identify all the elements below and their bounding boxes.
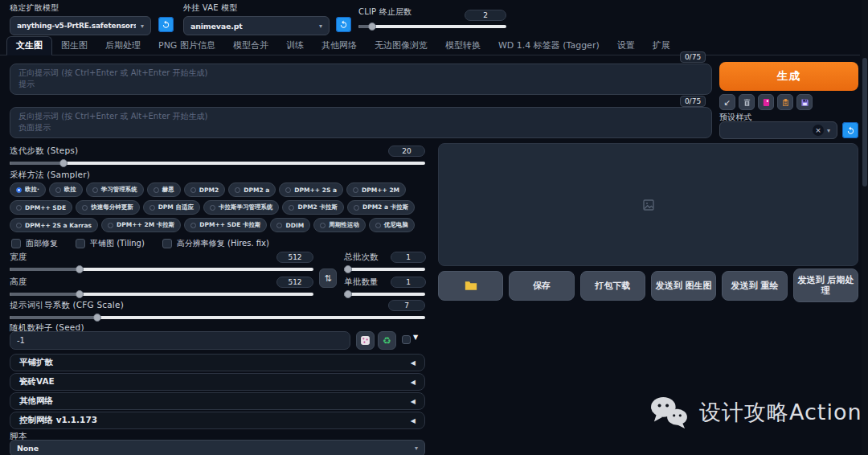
width-slider[interactable] bbox=[10, 264, 313, 273]
sampler-option-dpm2-karras[interactable]: DPM2 卡拉斯 bbox=[282, 200, 344, 215]
sampler-option-dpm2-a[interactable]: DPM2 a bbox=[228, 182, 276, 197]
sampler-option-lms-karras[interactable]: 卡拉斯学习管理系统 bbox=[203, 200, 280, 215]
styles-dropdown[interactable]: × ▾ bbox=[719, 121, 837, 139]
output-gallery[interactable] bbox=[438, 143, 858, 266]
seed-input[interactable] bbox=[10, 331, 350, 350]
cfg-slider-handle[interactable] bbox=[93, 314, 101, 322]
sampler-option-dpm-fast[interactable]: 快速每分钟更新 bbox=[76, 200, 140, 215]
steps-slider[interactable] bbox=[10, 158, 425, 167]
sampler-option-dpmpp-2m-karras[interactable]: DPM++ 2M 卡拉斯 bbox=[101, 218, 181, 232]
tab-checkpoint-merger[interactable]: 模型合并 bbox=[224, 37, 277, 55]
sampler-option-plms[interactable]: 周期性运动 bbox=[313, 218, 366, 232]
random-seed-button[interactable] bbox=[356, 331, 375, 350]
sampler-option-dpm2-a-karras[interactable]: DPM2 a 卡拉斯 bbox=[347, 200, 415, 215]
face-restore-checkbox[interactable]: 面部修复 bbox=[11, 238, 58, 249]
generate-tool-row: ↙ bbox=[719, 94, 813, 110]
batch-count-value[interactable]: 1 bbox=[391, 252, 426, 263]
radio-icon bbox=[154, 187, 159, 193]
sampler-option-ddim[interactable]: DDIM bbox=[270, 218, 310, 232]
cfg-value[interactable]: 7 bbox=[388, 300, 425, 311]
sampler-option-dpmpp-sde-karras[interactable]: DPM++ SDE 卡拉斯 bbox=[184, 218, 267, 232]
paste-params-button[interactable]: ↙ bbox=[719, 94, 735, 110]
open-folder-button[interactable] bbox=[438, 271, 503, 301]
scrollbar-thumb[interactable] bbox=[862, 58, 867, 187]
swap-width-height-button[interactable]: ⇅ bbox=[319, 268, 337, 288]
page-scrollbar[interactable] bbox=[862, 0, 868, 455]
batch-count-slider-handle[interactable] bbox=[344, 265, 352, 273]
sampler-option-euler[interactable]: 欧拉 bbox=[49, 182, 83, 197]
accordion-additional-networks[interactable]: 其他网络 ◀ bbox=[10, 392, 425, 410]
tab-png-info[interactable]: PNG 图片信息 bbox=[149, 37, 224, 55]
model-dropdown[interactable]: anything-v5-PrtRE.safetensors [7f96a1a9c… bbox=[10, 16, 151, 35]
steps-slider-handle[interactable] bbox=[59, 159, 68, 167]
batch-size-slider[interactable] bbox=[344, 289, 425, 298]
tab-train[interactable]: 训练 bbox=[277, 37, 313, 55]
tab-settings[interactable]: 设置 bbox=[608, 37, 644, 55]
model-refresh-button[interactable] bbox=[158, 17, 174, 32]
hires-fix-checkbox[interactable]: 高分辨率修复 (Hires. fix) bbox=[162, 238, 269, 249]
positive-prompt-placeholder: 提示 bbox=[18, 79, 703, 90]
arrow-down-left-icon: ↙ bbox=[724, 98, 731, 107]
steps-value[interactable]: 20 bbox=[388, 146, 425, 157]
height-value[interactable]: 512 bbox=[276, 277, 313, 288]
clip-skip-slider[interactable] bbox=[358, 22, 506, 31]
send-to-img2img-button[interactable]: 发送到 图生图 bbox=[651, 271, 716, 301]
positive-prompt-input[interactable]: 正向提示词 (按 Ctrl+Enter 或 Alt+Enter 开始生成) 提示 bbox=[10, 64, 712, 95]
extra-seed-checkbox[interactable] bbox=[402, 335, 411, 344]
batch-count-slider[interactable] bbox=[344, 264, 425, 273]
height-slider-handle[interactable] bbox=[76, 290, 84, 298]
sampler-option-dpm2[interactable]: DPM2 bbox=[184, 182, 225, 197]
sampler-option-unipc[interactable]: 优尼电脑 bbox=[369, 218, 415, 232]
save-style-button[interactable] bbox=[796, 94, 813, 110]
width-value[interactable]: 512 bbox=[276, 252, 313, 263]
script-dropdown[interactable]: None ▾ bbox=[10, 440, 425, 455]
sampler-option-dpmpp-2s-a[interactable]: DPM++ 2S a bbox=[279, 182, 343, 197]
apply-style-button[interactable] bbox=[777, 94, 793, 110]
sampler-option-euler-a[interactable]: 欧拉· bbox=[10, 182, 46, 197]
negative-prompt-input[interactable]: 反向提示词 (按 Ctrl+Enter 或 Alt+Enter 开始生成) 负面… bbox=[10, 107, 712, 138]
accordion-tiled-diffusion[interactable]: 平铺扩散 ◀ bbox=[10, 354, 425, 371]
generate-button[interactable]: 生成 bbox=[719, 62, 858, 91]
clip-skip-value[interactable]: 2 bbox=[465, 10, 506, 21]
tab-image-browser[interactable]: 无边图像浏览 bbox=[366, 37, 436, 55]
vae-dropdown[interactable]: animevae.pt ▾ bbox=[183, 16, 330, 35]
sampler-option-dpmpp-sde[interactable]: DPM++ SDE bbox=[10, 200, 72, 215]
reuse-seed-button[interactable]: ♻ bbox=[378, 331, 396, 350]
sampler-option-lms[interactable]: 学习管理系统 bbox=[86, 182, 144, 197]
styles-refresh-button[interactable] bbox=[842, 122, 858, 138]
vae-refresh-button[interactable] bbox=[336, 17, 351, 32]
sampler-option-dpmpp-2s-a-karras[interactable]: DPM++ 2S a Karras bbox=[10, 218, 98, 232]
tiling-checkbox[interactable]: 平铺图 (Tiling) bbox=[76, 238, 145, 249]
tab-img2img[interactable]: 图生图 bbox=[52, 37, 96, 55]
cfg-slider[interactable] bbox=[10, 313, 425, 322]
radio-icon bbox=[354, 205, 359, 211]
tab-extras[interactable]: 后期处理 bbox=[96, 37, 149, 55]
radio-icon bbox=[235, 187, 240, 193]
width-slider-handle[interactable] bbox=[76, 265, 84, 273]
tab-extensions[interactable]: 扩展 bbox=[644, 37, 679, 55]
batch-size-slider-handle[interactable] bbox=[344, 290, 352, 298]
send-to-inpaint-button[interactable]: 发送到 重绘 bbox=[722, 271, 787, 301]
save-button[interactable]: 保存 bbox=[509, 271, 574, 301]
send-to-extras-button[interactable]: 发送到 后期处理 bbox=[793, 268, 858, 302]
batch-size-value[interactable]: 1 bbox=[391, 277, 426, 288]
tab-additional-networks[interactable]: 其他网络 bbox=[313, 37, 366, 55]
accordion-controlnet[interactable]: 控制网络 v1.1.173 ◀ bbox=[10, 412, 425, 429]
sampler-option-dpmpp-2m[interactable]: DPM++ 2M bbox=[346, 182, 406, 197]
accordion-tiled-vae[interactable]: 瓷砖VAE ◀ bbox=[10, 373, 425, 391]
refresh-icon bbox=[846, 126, 855, 135]
clear-styles-icon[interactable]: × bbox=[813, 125, 824, 136]
sampler-option-heun[interactable]: 赫恩 bbox=[147, 182, 181, 197]
seed-extra-caret-icon[interactable]: ▼ bbox=[413, 334, 418, 341]
clear-prompt-button[interactable] bbox=[739, 94, 755, 110]
extra-networks-button[interactable] bbox=[758, 94, 774, 110]
tab-txt2img[interactable]: 文生图 bbox=[6, 36, 52, 55]
height-slider[interactable] bbox=[10, 289, 313, 298]
negative-prompt-token-counter: 0/75 bbox=[680, 96, 706, 107]
tab-model-converter[interactable]: 模型转换 bbox=[436, 37, 489, 55]
refresh-icon bbox=[339, 20, 348, 29]
tab-tagger[interactable]: WD 1.4 标签器 (Tagger) bbox=[489, 37, 608, 55]
sampler-option-dpm-adaptive[interactable]: DPM 自适应 bbox=[143, 200, 200, 215]
zip-download-button[interactable]: 打包下载 bbox=[580, 271, 645, 301]
clip-skip-slider-handle[interactable] bbox=[368, 23, 376, 31]
